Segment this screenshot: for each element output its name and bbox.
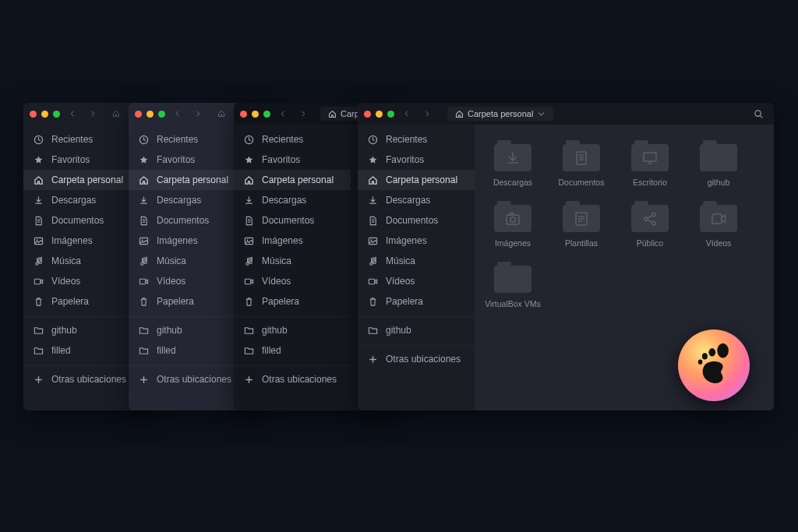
sidebar-item-folder[interactable]: github [129,316,245,340]
home-icon[interactable] [108,106,124,122]
close-dot[interactable] [135,111,142,118]
sidebar-item-star[interactable]: Favoritos [234,150,351,170]
sidebar-item-folder[interactable]: github [23,316,140,340]
sidebar-item-home[interactable]: Carpeta personal [234,170,351,190]
home-icon[interactable] [214,106,229,122]
folder-item[interactable]: Público [620,201,680,248]
folder-label: Descargas [493,178,532,187]
sidebar-item-home[interactable]: Carpeta personal [129,170,245,190]
nav-back[interactable] [65,106,80,122]
maximize-dot[interactable] [53,111,60,118]
folder-icon [243,345,254,356]
nav-forward[interactable] [295,106,311,122]
nav-forward[interactable] [419,106,435,122]
maximize-dot[interactable] [263,111,270,118]
folder-item[interactable]: Vídeos [688,201,749,248]
sidebar-item-home[interactable]: Carpeta personal [23,170,140,190]
sidebar-item-download[interactable]: Descargas [234,190,351,210]
minimize-dot[interactable] [41,111,48,118]
sidebar-item-star[interactable]: Favoritos [129,150,245,170]
close-dot[interactable] [30,111,37,118]
sidebar-item-trash[interactable]: Papelera [129,291,245,312]
folder-label: Vídeos [706,238,732,248]
maximize-dot[interactable] [158,111,165,118]
sidebar-item-music[interactable]: Música [234,251,351,271]
sidebar-item-document[interactable]: Documentos [23,210,140,231]
sidebar-item-document[interactable]: Documentos [234,210,351,231]
sidebar-item-plus[interactable]: Otras ubicaciones [129,365,245,389]
document-icon [367,215,378,226]
sidebar-item-star[interactable]: Favoritos [358,150,475,170]
folder-item[interactable]: github [688,140,749,187]
sidebar-item-label: Vídeos [157,276,185,287]
image-icon [138,235,149,246]
sidebar-item-image[interactable]: Imágenes [234,231,351,251]
sidebar-item-trash[interactable]: Papelera [234,291,351,312]
star-icon [33,154,44,165]
folder-item[interactable]: Documentos [551,140,612,187]
sidebar-item-plus[interactable]: Otras ubicaciones [234,365,351,389]
sidebar-item-download[interactable]: Descargas [23,190,140,210]
folder-item[interactable]: Escritorio [620,140,680,187]
sidebar-item-video[interactable]: Vídeos [23,271,140,291]
sidebar-item-document[interactable]: Documentos [358,210,475,231]
sidebar-item-music[interactable]: Música [358,251,475,271]
sidebar-item-video[interactable]: Vídeos [358,271,475,291]
minimize-dot[interactable] [252,111,259,118]
folder-label: Documentos [559,178,605,187]
close-dot[interactable] [240,111,247,118]
folder-icon [631,140,669,171]
sidebar-item-trash[interactable]: Papelera [23,291,140,312]
folder-item[interactable]: Imágenes [482,201,543,248]
sidebar-item-download[interactable]: Descargas [358,190,475,210]
sidebar-item-label: Documentos [51,215,104,226]
folder-item[interactable]: VirtualBox VMs [482,262,543,308]
sidebar-item-image[interactable]: Imágenes [358,231,475,251]
search-button[interactable] [749,104,768,123]
sidebar-item-clock[interactable]: Recientes [358,129,475,150]
sidebar-item-label: github [386,325,411,336]
sidebar-item-plus[interactable]: Otras ubicaciones [23,365,140,389]
sidebar-item-music[interactable]: Música [129,251,245,271]
nav-forward[interactable] [190,106,206,122]
sidebar-item-video[interactable]: Vídeos [234,271,351,291]
sidebar-item-plus[interactable]: Otras ubicaciones [358,345,475,369]
nav-forward[interactable] [85,106,101,122]
sidebar-item-clock[interactable]: Recientes [129,129,245,150]
sidebar-item-document[interactable]: Documentos [129,210,245,231]
sidebar-item-label: filled [262,345,281,356]
sidebar-item-folder[interactable]: github [234,316,351,340]
minimize-dot[interactable] [376,111,383,118]
sidebar-item-trash[interactable]: Papelera [358,291,475,312]
svg-point-17 [702,353,708,359]
sidebar-item-folder[interactable]: filled [234,340,351,361]
nav-back[interactable] [170,106,185,122]
nav-back[interactable] [275,106,291,122]
folder-item[interactable]: Plantillas [551,201,612,248]
nav-back[interactable] [399,106,415,122]
music-icon [33,255,44,266]
maximize-dot[interactable] [387,111,394,118]
sidebar-item-folder[interactable]: filled [129,340,245,361]
close-dot[interactable] [364,111,371,118]
sidebar-item-folder[interactable]: github [358,316,475,340]
sidebar-item-clock[interactable]: Recientes [234,129,351,150]
sidebar-item-image[interactable]: Imágenes [129,231,245,251]
sidebar-item-home[interactable]: Carpeta personal [358,170,475,190]
sidebar-item-image[interactable]: Imágenes [23,231,140,251]
sidebar-item-music[interactable]: Música [23,251,140,271]
folder-item[interactable]: Descargas [482,140,543,187]
sidebar-item-label: Imágenes [157,235,198,246]
home-icon [455,110,464,118]
sidebar-item-star[interactable]: Favoritos [23,150,140,170]
sidebar: RecientesFavoritosCarpeta personalDescar… [234,125,351,410]
sidebar-item-video[interactable]: Vídeos [129,271,245,291]
breadcrumb[interactable]: Carpeta personal [447,107,553,121]
plus-icon [138,374,149,385]
sidebar-item-download[interactable]: Descargas [129,190,245,210]
chevron-down-icon [537,110,546,118]
sidebar-item-folder[interactable]: filled [23,340,140,361]
minimize-dot[interactable] [147,111,154,118]
video-icon [367,276,378,287]
sidebar-item-clock[interactable]: Recientes [23,129,140,150]
